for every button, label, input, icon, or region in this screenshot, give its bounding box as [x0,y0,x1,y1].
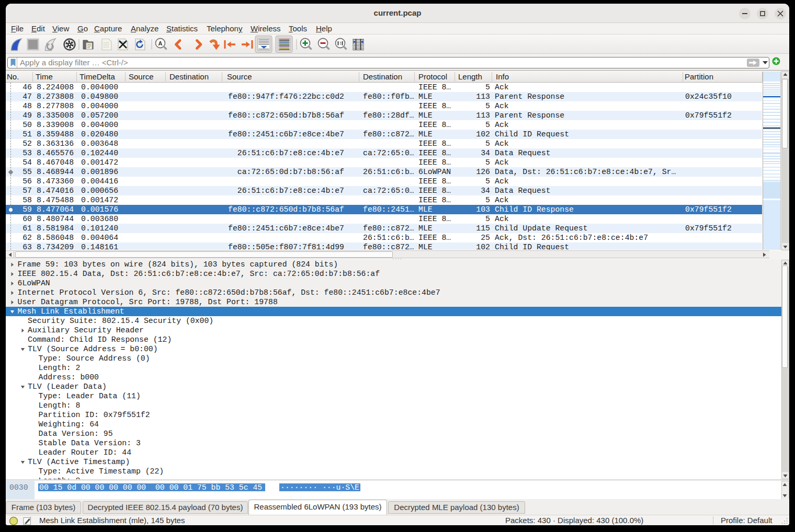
svg-text:A: A [158,40,163,47]
